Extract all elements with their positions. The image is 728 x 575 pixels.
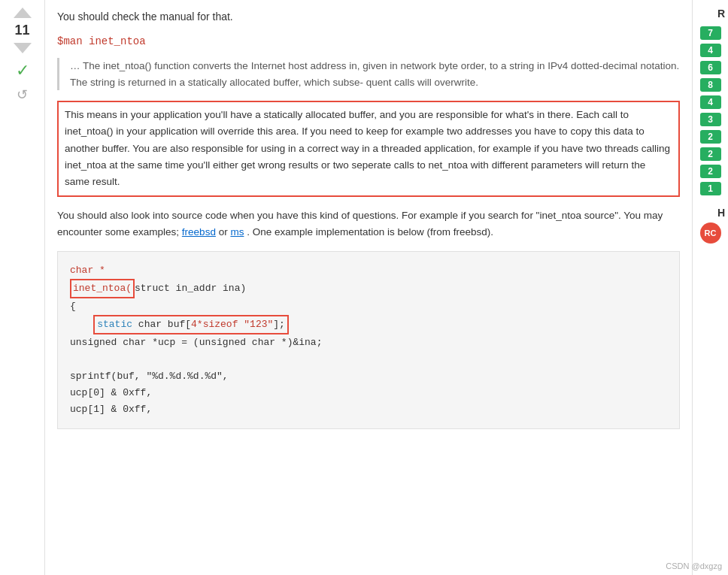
code-block: char * inet_ntoa( struct in_addr ina) { … bbox=[57, 251, 680, 429]
link-ms[interactable]: ms bbox=[230, 226, 244, 238]
vote-down-button[interactable] bbox=[14, 43, 32, 53]
main-paragraph: This means in your application you'll ha… bbox=[57, 101, 680, 196]
link-freebsd[interactable]: freebsd bbox=[182, 226, 216, 238]
sidebar-badge-2[interactable]: 4 bbox=[700, 44, 721, 57]
code-line-4: static char buf[4*sizeof "123"]; bbox=[70, 315, 667, 334]
intro-text: You should check the manual for that. bbox=[57, 9, 680, 25]
sidebar-badge-5[interactable]: 4 bbox=[700, 95, 721, 109]
vote-up-button[interactable] bbox=[14, 8, 32, 18]
paragraph2: You should also look into source code wh… bbox=[57, 207, 680, 241]
sidebar-badge-1[interactable]: 7 bbox=[700, 26, 721, 40]
code-line-2: inet_ntoa( struct in_addr ina) bbox=[70, 279, 667, 298]
sidebar-badge-10[interactable]: 1 bbox=[700, 182, 721, 195]
sidebar-badge-6[interactable]: 3 bbox=[700, 113, 721, 126]
sidebar-badge-9[interactable]: 2 bbox=[700, 165, 721, 178]
right-sidebar: R 7 4 6 8 4 3 2 2 2 1 H RC bbox=[692, 0, 728, 575]
main-content: You should check the manual for that. $m… bbox=[45, 0, 692, 575]
right-h-label: H bbox=[717, 207, 725, 219]
code-line-3: { bbox=[70, 298, 667, 315]
paragraph2-end: . One example implementation is below (f… bbox=[247, 226, 493, 238]
watermark: CSDN @dxgzg bbox=[666, 561, 722, 570]
command-line: $man inet_ntoa bbox=[57, 35, 680, 47]
right-col-inner: R 7 4 6 8 4 3 2 2 2 1 H RC bbox=[693, 8, 728, 244]
sidebar-badge-8[interactable]: 2 bbox=[700, 147, 721, 161]
vote-count: 11 bbox=[14, 23, 29, 38]
right-r-label: R bbox=[717, 8, 725, 20]
code-line-9: ucp[1] & 0xff, bbox=[70, 401, 667, 418]
code-line-5: unsigned char *ucp = (unsigned char *)&i… bbox=[70, 334, 667, 351]
link-separator: or bbox=[219, 226, 231, 238]
vote-accepted-icon[interactable]: ✓ bbox=[16, 61, 29, 80]
code-line-7: sprintf(buf, "%d.%d.%d.%d", bbox=[70, 368, 667, 385]
vote-column: 11 ✓ ↺ bbox=[0, 0, 45, 575]
code-line-6 bbox=[70, 352, 667, 368]
avatar-icon[interactable]: RC bbox=[700, 222, 721, 244]
sidebar-badge-7[interactable]: 2 bbox=[700, 130, 721, 144]
sidebar-badge-3[interactable]: 6 bbox=[700, 61, 721, 74]
sidebar-badge-4[interactable]: 8 bbox=[700, 78, 721, 92]
code-line-8: ucp[0] & 0xff, bbox=[70, 385, 667, 401]
blockquote: … The inet_ntoa() function converts the … bbox=[57, 58, 680, 90]
paragraph-text: This means in your application you'll ha… bbox=[65, 109, 670, 187]
vote-history-icon[interactable]: ↺ bbox=[17, 86, 28, 103]
code-line-1: char * bbox=[70, 262, 667, 279]
